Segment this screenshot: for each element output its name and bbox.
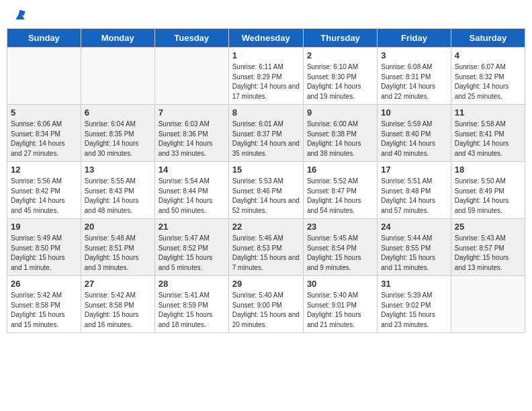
day-info: Sunrise: 5:50 AM Sunset: 8:49 PM Dayligh…	[455, 177, 521, 216]
calendar-cell: 28Sunrise: 5:41 AM Sunset: 8:59 PM Dayli…	[154, 276, 228, 333]
day-number: 4	[455, 50, 521, 60]
calendar-cell: 10Sunrise: 5:59 AM Sunset: 8:40 PM Dayli…	[378, 105, 451, 162]
day-header-tuesday: Tuesday	[154, 29, 228, 48]
day-number: 10	[381, 107, 447, 118]
day-info: Sunrise: 5:42 AM Sunset: 8:58 PM Dayligh…	[85, 291, 151, 330]
day-number: 31	[381, 279, 447, 289]
day-header-sunday: Sunday	[7, 29, 81, 48]
day-info: Sunrise: 6:04 AM Sunset: 8:35 PM Dayligh…	[85, 120, 151, 158]
calendar-cell: 7Sunrise: 6:03 AM Sunset: 8:36 PM Daylig…	[154, 105, 228, 162]
day-number: 18	[455, 165, 521, 175]
day-header-wednesday: Wednesday	[228, 29, 303, 48]
calendar-cell: 17Sunrise: 5:51 AM Sunset: 8:48 PM Dayli…	[378, 162, 451, 219]
day-info: Sunrise: 5:40 AM Sunset: 9:00 PM Dayligh…	[232, 291, 300, 330]
day-info: Sunrise: 5:54 AM Sunset: 8:44 PM Dayligh…	[159, 177, 225, 216]
day-number: 20	[85, 222, 151, 232]
page-header	[7, 7, 525, 23]
day-number: 15	[232, 165, 300, 175]
calendar-cell: 13Sunrise: 5:55 AM Sunset: 8:43 PM Dayli…	[81, 162, 154, 219]
calendar-cell: 26Sunrise: 5:42 AM Sunset: 8:58 PM Dayli…	[7, 276, 81, 333]
day-info: Sunrise: 5:51 AM Sunset: 8:48 PM Dayligh…	[381, 177, 447, 216]
calendar-cell: 19Sunrise: 5:49 AM Sunset: 8:50 PM Dayli…	[7, 219, 81, 276]
day-number: 6	[85, 107, 151, 118]
day-header-monday: Monday	[81, 29, 154, 48]
calendar-cell: 16Sunrise: 5:52 AM Sunset: 8:47 PM Dayli…	[303, 162, 377, 219]
day-number: 7	[159, 107, 225, 118]
day-info: Sunrise: 5:42 AM Sunset: 8:58 PM Dayligh…	[11, 291, 77, 330]
calendar-cell: 14Sunrise: 5:54 AM Sunset: 8:44 PM Dayli…	[154, 162, 228, 219]
calendar-cell: 12Sunrise: 5:56 AM Sunset: 8:42 PM Dayli…	[7, 162, 81, 219]
day-number: 5	[11, 107, 77, 118]
calendar-cell: 9Sunrise: 6:00 AM Sunset: 8:38 PM Daylig…	[303, 105, 377, 162]
calendar-cell: 2Sunrise: 6:10 AM Sunset: 8:30 PM Daylig…	[303, 48, 377, 105]
day-info: Sunrise: 6:00 AM Sunset: 8:38 PM Dayligh…	[307, 120, 373, 158]
calendar-cell: 11Sunrise: 5:58 AM Sunset: 8:41 PM Dayli…	[451, 105, 525, 162]
day-number: 9	[307, 107, 373, 118]
calendar-cell: 8Sunrise: 6:01 AM Sunset: 8:37 PM Daylig…	[228, 105, 303, 162]
calendar-week-3: 12Sunrise: 5:56 AM Sunset: 8:42 PM Dayli…	[7, 162, 525, 219]
logo	[12, 9, 27, 20]
day-info: Sunrise: 5:55 AM Sunset: 8:43 PM Dayligh…	[85, 177, 151, 216]
day-info: Sunrise: 6:10 AM Sunset: 8:30 PM Dayligh…	[307, 62, 373, 101]
calendar-table: SundayMondayTuesdayWednesdayThursdayFrid…	[7, 28, 525, 333]
day-number: 23	[307, 222, 373, 232]
calendar-cell: 25Sunrise: 5:43 AM Sunset: 8:57 PM Dayli…	[451, 219, 525, 276]
calendar-cell: 22Sunrise: 5:46 AM Sunset: 8:53 PM Dayli…	[228, 219, 303, 276]
calendar-header-row: SundayMondayTuesdayWednesdayThursdayFrid…	[7, 29, 525, 48]
day-info: Sunrise: 5:48 AM Sunset: 8:51 PM Dayligh…	[85, 234, 151, 273]
day-number: 22	[232, 222, 300, 232]
calendar-cell: 24Sunrise: 5:44 AM Sunset: 8:55 PM Dayli…	[378, 219, 451, 276]
calendar-week-2: 5Sunrise: 6:06 AM Sunset: 8:34 PM Daylig…	[7, 105, 525, 162]
day-info: Sunrise: 5:41 AM Sunset: 8:59 PM Dayligh…	[159, 291, 225, 330]
day-info: Sunrise: 6:03 AM Sunset: 8:36 PM Dayligh…	[159, 120, 225, 158]
day-number: 26	[11, 279, 77, 289]
day-number: 12	[11, 165, 77, 175]
day-number: 3	[381, 50, 447, 60]
calendar-cell: 30Sunrise: 5:40 AM Sunset: 9:01 PM Dayli…	[303, 276, 377, 333]
day-number: 19	[11, 222, 77, 232]
day-number: 11	[455, 107, 521, 118]
day-number: 13	[85, 165, 151, 175]
day-number: 21	[159, 222, 225, 232]
day-number: 28	[159, 279, 225, 289]
calendar-week-5: 26Sunrise: 5:42 AM Sunset: 8:58 PM Dayli…	[7, 276, 525, 333]
calendar-cell: 3Sunrise: 6:08 AM Sunset: 8:31 PM Daylig…	[378, 48, 451, 105]
day-number: 16	[307, 165, 373, 175]
day-number: 1	[232, 50, 300, 60]
day-info: Sunrise: 5:52 AM Sunset: 8:47 PM Dayligh…	[307, 177, 373, 216]
day-info: Sunrise: 6:06 AM Sunset: 8:34 PM Dayligh…	[11, 120, 77, 158]
calendar-cell	[7, 48, 81, 105]
day-number: 14	[159, 165, 225, 175]
calendar-cell: 31Sunrise: 5:39 AM Sunset: 9:02 PM Dayli…	[378, 276, 451, 333]
day-info: Sunrise: 5:44 AM Sunset: 8:55 PM Dayligh…	[381, 234, 447, 273]
day-info: Sunrise: 5:39 AM Sunset: 9:02 PM Dayligh…	[381, 291, 447, 330]
calendar-cell	[81, 48, 154, 105]
calendar-cell	[154, 48, 228, 105]
day-header-thursday: Thursday	[303, 29, 377, 48]
calendar-cell: 23Sunrise: 5:45 AM Sunset: 8:54 PM Dayli…	[303, 219, 377, 276]
day-number: 2	[307, 50, 373, 60]
day-info: Sunrise: 5:58 AM Sunset: 8:41 PM Dayligh…	[455, 120, 521, 158]
day-info: Sunrise: 5:43 AM Sunset: 8:57 PM Dayligh…	[455, 234, 521, 273]
day-header-saturday: Saturday	[451, 29, 525, 48]
day-number: 27	[85, 279, 151, 289]
calendar-cell: 20Sunrise: 5:48 AM Sunset: 8:51 PM Dayli…	[81, 219, 154, 276]
calendar-week-4: 19Sunrise: 5:49 AM Sunset: 8:50 PM Dayli…	[7, 219, 525, 276]
day-info: Sunrise: 5:47 AM Sunset: 8:52 PM Dayligh…	[159, 234, 225, 273]
calendar-cell: 27Sunrise: 5:42 AM Sunset: 8:58 PM Dayli…	[81, 276, 154, 333]
day-number: 8	[232, 107, 300, 118]
day-number: 30	[307, 279, 373, 289]
calendar-cell: 29Sunrise: 5:40 AM Sunset: 9:00 PM Dayli…	[228, 276, 303, 333]
day-info: Sunrise: 5:45 AM Sunset: 8:54 PM Dayligh…	[307, 234, 373, 273]
calendar-cell: 1Sunrise: 6:11 AM Sunset: 8:29 PM Daylig…	[228, 48, 303, 105]
day-info: Sunrise: 5:40 AM Sunset: 9:01 PM Dayligh…	[307, 291, 373, 330]
day-info: Sunrise: 6:08 AM Sunset: 8:31 PM Dayligh…	[381, 62, 447, 101]
day-info: Sunrise: 6:11 AM Sunset: 8:29 PM Dayligh…	[232, 62, 300, 101]
day-info: Sunrise: 6:01 AM Sunset: 8:37 PM Dayligh…	[232, 120, 300, 158]
calendar-cell: 5Sunrise: 6:06 AM Sunset: 8:34 PM Daylig…	[7, 105, 81, 162]
day-number: 24	[381, 222, 447, 232]
day-info: Sunrise: 5:49 AM Sunset: 8:50 PM Dayligh…	[11, 234, 77, 273]
day-number: 17	[381, 165, 447, 175]
day-number: 25	[455, 222, 521, 232]
calendar-cell: 4Sunrise: 6:07 AM Sunset: 8:32 PM Daylig…	[451, 48, 525, 105]
